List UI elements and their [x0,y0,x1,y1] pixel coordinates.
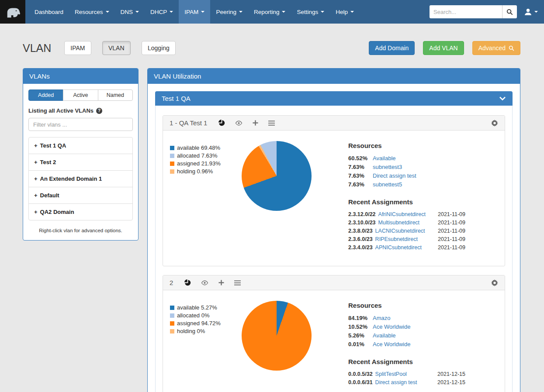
nav-item-dashboard[interactable]: Dashboard [29,0,69,24]
pie-chart-icon[interactable] [184,279,191,286]
nav-item-resources[interactable]: Resources [69,0,115,24]
plus-icon[interactable] [218,280,224,285]
search-icon [509,45,514,51]
user-menu[interactable] [524,8,538,16]
legend-label: available 69.48% [177,144,220,151]
pie-chart-icon[interactable] [218,120,225,126]
assignment-date: 2021-11-09 [438,236,465,242]
nav-item-peering[interactable]: Peering [210,0,248,24]
assignment-link[interactable]: Multisubnetdirect [378,220,420,226]
legend-item: available 69.48% [170,144,236,151]
menu-icon[interactable] [234,280,241,285]
view-logging-button[interactable]: Logging [142,41,176,55]
nav-item-reporting[interactable]: Reporting [248,0,291,24]
utilization-pie-chart [242,141,312,211]
eye-icon[interactable] [201,280,208,285]
listing-label: Listing all Active VLANs ? [28,107,133,114]
vlan-group-header[interactable]: Test 1 QA [155,91,513,106]
legend-label: holding 0.96% [177,168,213,175]
nav-item-dhcp[interactable]: DHCP [145,0,179,24]
vlan-box-1: 1 - QA Test 1 available 69.48% [163,115,505,266]
assignment-link[interactable]: LACNICsubnetdirect [375,228,425,234]
tab-named[interactable]: Named [98,89,133,101]
nav-item-help[interactable]: Help [330,0,360,24]
resource-link[interactable]: Ace Worldwide [373,323,410,330]
assignment-row: 2.3.6.0/23RIPEsubnetdirect2021-11-09 [348,236,465,242]
assignment-link[interactable]: APNICsubnetdirect [375,244,422,251]
resource-link[interactable]: Amazo [373,315,390,321]
view-vlan-button[interactable]: VLAN [102,41,131,55]
assignment-row: 0.0.0.6/31Direct assign test2021-12-15 [348,379,465,385]
assignment-link[interactable]: SplitTestPool [375,371,407,377]
vlan-list-item-test-2[interactable]: +Test 2 [29,154,132,171]
resource-link[interactable]: Available [373,332,396,339]
help-icon[interactable]: ? [96,108,102,114]
assignment-link[interactable]: AfriNICsubnetdirect [378,211,426,217]
view-ipam-button[interactable]: IPAM [64,41,91,55]
assignment-cidr: 2.3.10.0/23 [348,220,376,226]
legend-item: holding 0% [170,328,236,334]
resource-row: 7.63%subnettest3 [348,164,465,170]
assignment-date: 2021-11-09 [438,211,465,217]
advanced-label: Advanced [478,45,506,52]
tab-added[interactable]: Added [28,89,63,101]
add-domain-button[interactable]: Add Domain [369,41,415,55]
gear-icon[interactable] [491,279,498,286]
resource-link[interactable]: subnettest3 [373,164,402,170]
resource-link[interactable]: Available [373,155,396,162]
resources-heading: Resources [348,142,465,149]
assignments-heading: Recent Assignments [348,358,465,365]
eye-icon[interactable] [235,120,243,126]
listing-label-text: Listing all Active VLANs [28,107,94,114]
assignment-link[interactable]: Direct assign test [375,379,417,385]
elephant-icon [4,4,21,19]
assignment-row: 0.0.0.5/32SplitTestPool2021-12-15 [348,371,465,377]
expand-icon: + [34,192,38,199]
assignment-cidr: 0.0.0.5/32 [348,371,373,377]
app-logo[interactable] [0,0,25,24]
chevron-down-icon [350,11,354,13]
vlan-list-item-default[interactable]: +Default [29,187,132,204]
assignment-cidr: 2.3.6.0/23 [348,236,373,242]
utilization-panel-title: VLAN Utilization [148,69,520,84]
legend-item: available 5.27% [170,304,236,311]
legend-item: assigned 21.93% [170,160,236,167]
nav-label: Dashboard [35,9,63,15]
advanced-button[interactable]: Advanced [472,41,520,55]
add-vlan-button[interactable]: Add VLAN [423,41,464,55]
resource-percent: 10.52% [348,323,373,330]
assignment-date: 2021-12-15 [437,371,465,377]
chevron-down-icon [170,11,173,13]
vlan-item-label: Default [40,192,59,199]
nav-item-dns[interactable]: DNS [115,0,145,24]
nav-label: Help [336,9,348,15]
resource-percent: 84.19% [348,315,373,321]
plus-icon[interactable] [253,120,258,126]
tab-active[interactable]: Active [63,89,98,101]
vlan-filter-input[interactable] [28,118,133,131]
resource-row: 84.19%Amazo [348,315,465,321]
legend-swatch [170,306,174,310]
menu-icon[interactable] [268,120,275,126]
resource-link[interactable]: Direct assign test [373,172,416,179]
search-input[interactable] [430,5,502,18]
search-button[interactable] [502,5,517,18]
resource-row: 5.26%Available [348,332,465,339]
utilization-pie-chart [242,301,312,371]
vlans-panel: VLANs Added Active Named Listing all Act… [23,68,139,241]
vlan-list-item-an-extended-domain-1[interactable]: +An Extended Domain 1 [29,171,132,187]
nav-item-ipam[interactable]: IPAM [179,0,210,24]
chevron-down-icon [201,11,204,13]
nav-label: Peering [216,9,236,15]
vlan-list-item-qa2-domain[interactable]: +QA2 Domain [29,204,132,220]
resource-link[interactable]: Ace Worldwide [373,341,410,347]
resource-link[interactable]: subnettest5 [373,181,402,188]
vlan-list-item-test-1-qa[interactable]: +Test 1 QA [29,138,132,154]
resources-heading: Resources [348,302,465,309]
vlan-group-title: Test 1 QA [162,95,191,102]
nav-item-settings[interactable]: Settings [291,0,330,24]
assignment-link[interactable]: RIPEsubnetdirect [375,236,418,242]
gear-icon[interactable] [491,120,498,127]
vlan-group-body: 1 - QA Test 1 available 69.48% [155,106,513,392]
legend-label: allocated 0% [177,312,209,319]
